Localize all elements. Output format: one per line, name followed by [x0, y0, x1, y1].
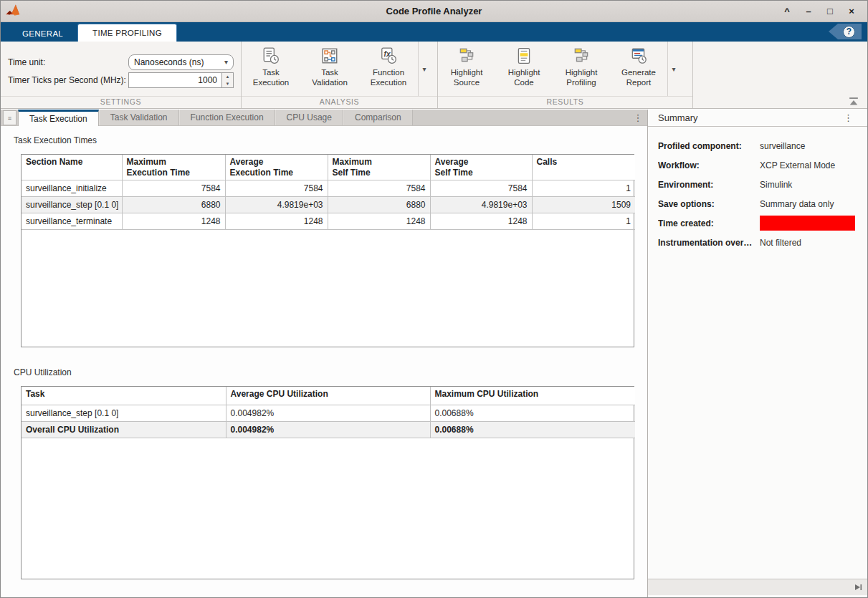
time-unit-label: Time unit:	[8, 57, 128, 67]
table-row[interactable]: surveillance_step [0.1 0] 0.004982% 0.00…	[22, 405, 635, 421]
task-validation-button[interactable]: TaskValidation	[300, 42, 359, 96]
summary-field: Workflow: XCP External Mode	[648, 155, 867, 175]
redacted-time-created	[760, 216, 855, 231]
section-results: HighlightSource HighlightCode	[438, 42, 693, 108]
cpu-utilization-heading: CPU Utilization	[14, 367, 647, 377]
doc-tab-task-validation[interactable]: Task Validation	[99, 110, 179, 125]
timer-ticks-label: Timer Ticks per Second (MHz):	[8, 75, 128, 85]
task-table-header-row: Section Name MaximumExecution Time Avera…	[22, 155, 635, 180]
section-settings: Time unit: Nanoseconds (ns) ▾ Timer Tick…	[1, 42, 242, 108]
title-bar: Code Profile Analyzer ^ – □ ×	[1, 1, 867, 22]
settings-section-label: SETTINGS	[1, 96, 241, 108]
summary-panel: Summary ⋮ Profiled component: surveillan…	[648, 110, 867, 598]
task-execution-table: Section Name MaximumExecution Time Avera…	[21, 154, 634, 347]
results-section-label: RESULTS	[438, 96, 692, 108]
generate-report-icon	[629, 47, 648, 65]
table-row[interactable]: surveillance_terminate 1248 1248 1248 12…	[22, 213, 635, 230]
cpu-table-header-row: Task Average CPU Utilization Maximum CPU…	[22, 387, 635, 405]
time-unit-dropdown[interactable]: Nanoseconds (ns) ▾	[128, 54, 234, 70]
window-controls: ^ – □ ×	[778, 4, 867, 19]
chevron-down-icon: ▾	[224, 58, 228, 66]
cpu-utilization-table: Task Average CPU Utilization Maximum CPU…	[21, 386, 634, 579]
tab-general[interactable]: GENERAL	[8, 25, 77, 42]
overall-cpu-row[interactable]: Overall CPU Utilization 0.004982% 0.0068…	[22, 421, 635, 438]
chevron-down-icon: ▾	[672, 65, 675, 73]
spinner-down-icon[interactable]: ▼	[222, 80, 233, 87]
task-execution-button[interactable]: TaskExecution	[242, 42, 300, 96]
window-title: Code Profile Analyzer	[1, 6, 867, 16]
generate-report-button[interactable]: GenerateReport	[610, 42, 667, 96]
summary-field: Environment: Simulink	[648, 175, 867, 194]
summary-field: Instrumentation over… Not filtered	[648, 233, 867, 252]
results-gallery-arrow[interactable]: ▾	[667, 42, 679, 96]
help-icon: ?	[843, 26, 855, 38]
collapse-ribbon-icon[interactable]	[849, 97, 859, 106]
document-menu-kebab-icon[interactable]: ⋮	[629, 110, 647, 125]
highlight-code-icon	[515, 47, 533, 65]
doc-tab-comparison[interactable]: Comparison	[343, 110, 413, 125]
matlab-logo-icon	[4, 3, 24, 19]
highlight-source-button[interactable]: HighlightSource	[438, 42, 495, 96]
tab-time-profiling[interactable]: TIME PROFILING	[77, 24, 177, 42]
summary-field: Profiled component: surveillance	[648, 136, 867, 155]
highlight-source-icon	[457, 47, 476, 65]
ribbon-body: Time unit: Nanoseconds (ns) ▾ Timer Tick…	[1, 42, 867, 109]
chevron-down-icon: ▾	[422, 65, 426, 73]
timer-ticks-stepper: ▲ ▼	[222, 72, 234, 88]
tab-overflow-grip-icon[interactable]: ≡	[3, 110, 16, 125]
summary-menu-kebab-icon[interactable]: ⋮	[844, 112, 867, 123]
function-execution-button[interactable]: fx FunctionExecution	[359, 42, 418, 96]
time-unit-value: Nanoseconds (ns)	[134, 57, 204, 67]
maximize-icon[interactable]: □	[821, 4, 839, 19]
timer-ticks-input[interactable]: 1000	[128, 72, 222, 88]
doc-tab-task-execution[interactable]: Task Execution	[18, 110, 99, 126]
spinner-up-icon[interactable]: ▲	[222, 73, 233, 80]
chevron-up-icon[interactable]: ^	[778, 4, 796, 19]
summary-field: Save options: Summary data only	[648, 194, 867, 213]
highlight-profiling-button[interactable]: HighlightProfiling	[553, 42, 610, 96]
document-area: ≡ Task Execution Task Validation Functio…	[1, 110, 648, 598]
section-analysis: TaskExecution TaskValidation	[242, 42, 438, 108]
minimize-icon[interactable]: –	[800, 4, 817, 19]
doc-tab-function-execution[interactable]: Function Execution	[179, 110, 275, 125]
expand-right-icon[interactable]	[854, 583, 862, 592]
table-row[interactable]: surveillance_step [0.1 0] 6880 4.9819e+0…	[22, 197, 635, 213]
highlight-code-button[interactable]: HighlightCode	[495, 42, 553, 96]
task-execution-times-heading: Task Execution Times	[14, 135, 647, 145]
doc-tab-cpu-usage[interactable]: CPU Usage	[275, 110, 343, 125]
close-icon[interactable]: ×	[843, 4, 860, 19]
summary-field: Time created:	[648, 213, 867, 233]
summary-title: Summary	[648, 112, 698, 123]
ribbon-spacer	[693, 42, 867, 108]
summary-scrollbar[interactable]	[648, 579, 867, 595]
analysis-section-label: ANALYSIS	[242, 96, 437, 108]
help-button[interactable]: ?	[829, 24, 862, 39]
document-tab-strip: ≡ Task Execution Task Validation Functio…	[1, 110, 647, 126]
analysis-gallery-arrow[interactable]: ▾	[418, 42, 430, 96]
ribbon-tab-bar: GENERAL TIME PROFILING ?	[1, 22, 867, 42]
task-execution-icon	[262, 47, 280, 65]
code-profile-analyzer-window: Code Profile Analyzer ^ – □ × GENERAL TI…	[0, 0, 868, 598]
function-execution-icon: fx	[379, 47, 398, 65]
highlight-profiling-icon	[572, 47, 591, 65]
task-validation-icon	[320, 47, 339, 65]
table-row[interactable]: surveillance_initialize 7584 7584 7584 7…	[22, 180, 635, 197]
